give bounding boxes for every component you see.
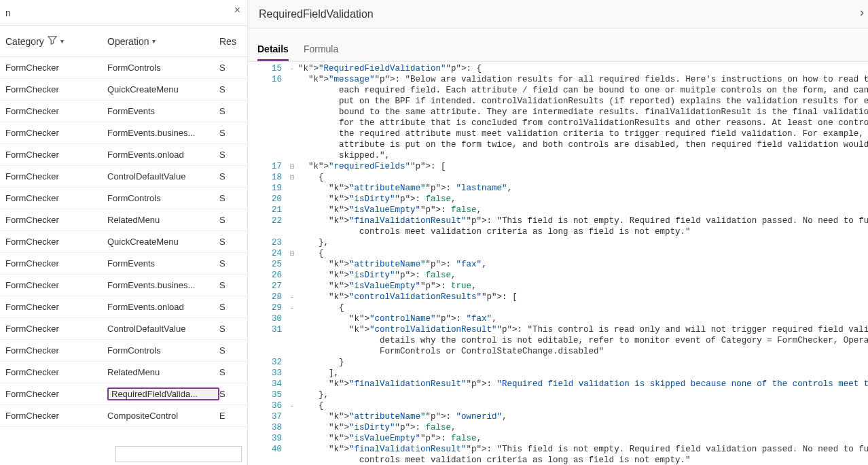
cell-category: FormChecker bbox=[0, 215, 107, 225]
table-row[interactable]: FormCheckerControlDefaultValueS bbox=[0, 166, 247, 188]
cell-result: S bbox=[219, 63, 247, 73]
cell-category: FormChecker bbox=[0, 128, 107, 138]
column-header-category-label: Category bbox=[5, 36, 44, 47]
cell-operation: FormEvents.busines... bbox=[107, 128, 219, 138]
tab-formula[interactable]: Formula bbox=[304, 44, 338, 61]
cell-operation: ControlDefaultValue bbox=[107, 324, 219, 334]
cell-result: S bbox=[219, 215, 247, 225]
tab-bar: Details Formula bbox=[248, 29, 868, 62]
fold-gutter[interactable]: -⊟⊟⊟--- bbox=[286, 62, 298, 465]
cell-result: S bbox=[219, 171, 247, 182]
tab-details-label: Details bbox=[257, 44, 289, 54]
cell-operation: RelatedMenu bbox=[107, 367, 219, 377]
cell-result: S bbox=[219, 150, 247, 160]
column-header-category[interactable]: Category ▾ bbox=[0, 35, 107, 47]
cell-category: FormChecker bbox=[0, 193, 107, 203]
cell-category: FormChecker bbox=[0, 63, 107, 73]
code-viewer[interactable]: 1516171819202122232425262728293031323334… bbox=[248, 62, 868, 465]
table-row[interactable]: FormCheckerFormControlsS bbox=[0, 340, 247, 362]
left-header-title: n bbox=[5, 7, 11, 18]
cell-category: FormChecker bbox=[0, 389, 107, 399]
cell-result: S bbox=[219, 302, 247, 312]
cell-result: S bbox=[219, 324, 247, 334]
table-row[interactable]: FormCheckerFormEventsS bbox=[0, 101, 247, 122]
code-body[interactable]: "k">"RequiredFieldValidation""p">: { "k"… bbox=[298, 62, 868, 465]
cell-operation: FormEvents.busines... bbox=[107, 280, 219, 290]
cell-category: FormChecker bbox=[0, 345, 107, 356]
cell-operation: ControlDefaultValue bbox=[107, 171, 219, 182]
cell-category: FormChecker bbox=[0, 302, 107, 312]
cell-result: E bbox=[219, 411, 247, 421]
column-headers: Category ▾ Operation ▾ Res bbox=[0, 26, 247, 57]
cell-result: S bbox=[219, 84, 247, 94]
cell-category: FormChecker bbox=[0, 237, 107, 247]
table-row[interactable]: FormCheckerQuickCreateMenuS bbox=[0, 231, 247, 253]
tab-details[interactable]: Details bbox=[257, 44, 289, 61]
horizontal-scrollbar[interactable] bbox=[0, 432, 247, 443]
cell-category: FormChecker bbox=[0, 106, 107, 116]
search-input[interactable] bbox=[115, 446, 242, 462]
table-row[interactable]: FormCheckerFormControlsS bbox=[0, 188, 247, 209]
table-row[interactable]: FormCheckerFormEvents.onloadS bbox=[0, 144, 247, 166]
cell-result: S bbox=[219, 193, 247, 203]
table-row[interactable]: FormCheckerFormControlsS bbox=[0, 57, 247, 79]
table-row[interactable]: FormCheckerQuickCreateMenuS bbox=[0, 79, 247, 101]
tab-formula-label: Formula bbox=[304, 44, 338, 54]
table-row[interactable]: FormCheckerFormEvents.busines...S bbox=[0, 275, 247, 296]
chevron-down-icon[interactable]: ▾ bbox=[152, 37, 156, 45]
cell-operation: RequiredFieldValida... bbox=[107, 388, 219, 400]
cell-operation: RelatedMenu bbox=[107, 215, 219, 225]
cell-result: S bbox=[219, 389, 247, 399]
cell-category: FormChecker bbox=[0, 258, 107, 269]
column-header-operation[interactable]: Operation ▾ bbox=[107, 36, 219, 47]
cell-category: FormChecker bbox=[0, 171, 107, 182]
cell-category: FormChecker bbox=[0, 367, 107, 377]
chevron-down-icon[interactable]: ▾ bbox=[60, 37, 64, 45]
cell-result: S bbox=[219, 128, 247, 138]
cell-operation: FormEvents bbox=[107, 106, 219, 116]
cell-operation: FormControls bbox=[107, 193, 219, 203]
cell-result: S bbox=[219, 345, 247, 356]
cell-operation: QuickCreateMenu bbox=[107, 84, 219, 94]
table-row[interactable]: FormCheckerRelatedMenuS bbox=[0, 362, 247, 383]
cell-operation: FormEvents bbox=[107, 258, 219, 269]
left-panel: n × Category ▾ Operation ▾ Res FormCheck… bbox=[0, 0, 248, 465]
cell-result: S bbox=[219, 237, 247, 247]
cell-category: FormChecker bbox=[0, 150, 107, 160]
cell-operation: CompositeControl bbox=[107, 411, 219, 421]
cell-category: FormChecker bbox=[0, 411, 107, 421]
cell-result: S bbox=[219, 280, 247, 290]
cell-result: S bbox=[219, 106, 247, 116]
cell-category: FormChecker bbox=[0, 84, 107, 94]
right-title-bar: RequiredFieldValidation › bbox=[248, 0, 868, 29]
right-panel: RequiredFieldValidation › Details Formul… bbox=[248, 0, 868, 465]
table-row[interactable]: FormCheckerFormEvents.busines...S bbox=[0, 122, 247, 144]
cell-operation: FormEvents.onload bbox=[107, 302, 219, 312]
table-row[interactable]: FormCheckerRequiredFieldValida...S bbox=[0, 383, 247, 405]
cell-result: S bbox=[219, 258, 247, 269]
cell-category: FormChecker bbox=[0, 280, 107, 290]
filter-icon[interactable] bbox=[48, 35, 57, 47]
cell-result: S bbox=[219, 367, 247, 377]
close-icon[interactable]: × bbox=[234, 4, 240, 16]
chevron-right-icon[interactable]: › bbox=[860, 5, 864, 20]
cell-category: FormChecker bbox=[0, 324, 107, 334]
cell-operation: FormControls bbox=[107, 63, 219, 73]
page-title: RequiredFieldValidation bbox=[259, 8, 374, 20]
table-row[interactable]: FormCheckerRelatedMenuS bbox=[0, 209, 247, 231]
cell-operation: FormEvents.onload bbox=[107, 150, 219, 160]
line-number-gutter: 1516171819202122232425262728293031323334… bbox=[248, 62, 286, 465]
table-row[interactable]: FormCheckerControlDefaultValueS bbox=[0, 318, 247, 340]
table-row[interactable]: FormCheckerFormEventsS bbox=[0, 253, 247, 275]
rows-list[interactable]: FormCheckerFormControlsSFormCheckerQuick… bbox=[0, 57, 247, 432]
column-header-operation-label: Operation bbox=[107, 36, 149, 47]
column-header-result-label: Res bbox=[219, 36, 236, 47]
table-row[interactable]: FormCheckerCompositeControlE bbox=[0, 427, 247, 432]
cell-operation: FormControls bbox=[107, 345, 219, 356]
left-header: n × bbox=[0, 0, 247, 26]
cell-operation: QuickCreateMenu bbox=[107, 237, 219, 247]
table-row[interactable]: FormCheckerCompositeControlE bbox=[0, 405, 247, 427]
table-row[interactable]: FormCheckerFormEvents.onloadS bbox=[0, 296, 247, 318]
column-header-result[interactable]: Res bbox=[219, 36, 247, 47]
